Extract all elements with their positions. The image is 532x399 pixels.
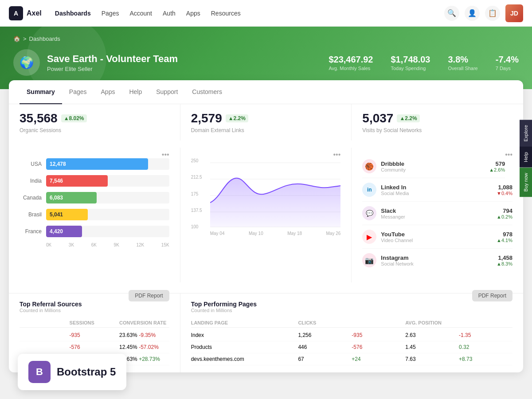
help-tab[interactable]: Help: [520, 147, 532, 168]
search-button[interactable]: 🔍: [444, 6, 459, 21]
hero-logo: 🌍: [13, 49, 40, 76]
referral-row1-rate: 23.63% -9.35%: [119, 332, 169, 338]
hero-stat-share: 3.8% Overall Share: [448, 55, 477, 71]
bar-canada: Canada 6,083: [20, 192, 169, 203]
hero-stat-value-days: -7.4%: [496, 55, 519, 65]
tabs: Summary Pages Apps Help Support Customer…: [9, 80, 523, 104]
tab-apps[interactable]: Apps: [94, 80, 122, 104]
nav-pages[interactable]: Pages: [102, 10, 119, 17]
slack-name: Slack: [381, 207, 492, 214]
instagram-icon: 📷: [362, 253, 376, 267]
tab-pages[interactable]: Pages: [62, 80, 94, 104]
line-more-button[interactable]: •••: [333, 151, 341, 158]
pages-col-avg-ch: [459, 320, 512, 325]
main-content: Summary Pages Apps Help Support Customer…: [0, 80, 532, 381]
breadcrumb-current: Dashboards: [29, 35, 60, 42]
stat-social-visits: 5,037 ▲2.2% Visits by Social Networks: [352, 104, 523, 141]
pages-col-page: LANDING PAGE: [191, 320, 298, 325]
explore-tab[interactable]: Explore: [520, 120, 532, 147]
linkedin-name: Linked In: [381, 184, 492, 191]
profile-button[interactable]: 👤: [465, 6, 480, 21]
hero-stat-value-share: 3.8%: [448, 55, 477, 65]
logo-text: Axel: [27, 9, 42, 17]
pages-col-clicks: CLICKS: [298, 320, 352, 325]
social-instagram: 📷 Instagram Social Network 1,458 ▲8.3%: [362, 249, 512, 272]
nav-resources[interactable]: Resources: [211, 10, 241, 17]
pages-row3-page: devs.keenthemes.com: [191, 356, 298, 362]
hero-stat-spending: $1,748.03 Today Spending: [391, 55, 430, 71]
nav-auth[interactable]: Auth: [163, 10, 176, 17]
social-linkedin: in Linked In Social Media 1,088 ▼0.4%: [362, 178, 512, 202]
topnav: A Axel Dashboards Pages Account Auth App…: [0, 0, 532, 27]
tab-customers[interactable]: Customers: [185, 80, 229, 104]
breadcrumb-separator: >: [23, 35, 27, 42]
referral-header: SESSIONS CONVERSION RATE: [20, 318, 169, 328]
notifications-button[interactable]: 📋: [485, 6, 500, 21]
youtube-change: ▲4.1%: [497, 238, 512, 243]
bar-brasil: Brasil 5,041: [20, 209, 169, 220]
pages-title: Top Performing Pages: [191, 301, 512, 308]
referral-pdf-button[interactable]: PDF Report: [129, 290, 169, 301]
linkedin-icon: in: [362, 183, 376, 197]
instagram-info: Instagram Social Network: [381, 254, 492, 266]
logo-area[interactable]: A Axel: [9, 6, 42, 20]
pages-row1-page: Index: [191, 332, 298, 338]
linkedin-stat: 1,088 ▼0.4%: [497, 184, 512, 196]
nav-dashboards[interactable]: Dashboards: [55, 10, 91, 17]
nav-account[interactable]: Account: [129, 10, 152, 17]
pages-row1-avg-ch: -1.35: [459, 332, 512, 338]
social-dribbble: 🏀 Dribbble Community 579 ▲2.6%: [362, 155, 505, 178]
pages-row3-clicks-ch: +24: [352, 356, 405, 362]
buy-tab[interactable]: Buy now: [520, 168, 532, 197]
referral-sub: Counted in Millions: [20, 308, 169, 313]
stat-domain-number: 2,579: [191, 111, 222, 125]
hero-stat-value-sales: $23,467.92: [329, 55, 373, 65]
bootstrap-icon: B: [28, 361, 51, 381]
bar-france: France 4,420: [20, 226, 169, 237]
youtube-value: 978: [497, 231, 512, 238]
pages-row-2: Products 446 -576 1.45 0.32: [191, 341, 512, 353]
slack-stat: 794 ▲0.2%: [497, 207, 512, 219]
tab-support[interactable]: Support: [149, 80, 185, 104]
dribbble-stat: 579 ▲2.6%: [489, 160, 505, 172]
stat-domain-badge: ▲2.2%: [226, 114, 248, 122]
dribbble-info: Dribbble Community: [381, 160, 485, 172]
linkedin-info: Linked In Social Media: [381, 184, 492, 196]
social-slack: 💬 Slack Messanger 794 ▲0.2%: [362, 202, 512, 225]
tab-help[interactable]: Help: [122, 80, 149, 104]
bootstrap-text: Bootstrap 5: [57, 366, 116, 378]
hero-stat-days: -7.4% 7 Days: [496, 55, 519, 71]
social-more-button[interactable]: •••: [505, 151, 512, 158]
nav-links: Dashboards Pages Account Auth Apps Resou…: [55, 10, 241, 17]
instagram-value: 1,458: [497, 254, 512, 261]
logo-icon: A: [9, 6, 23, 20]
pages-row2-clicks-ch: -576: [352, 344, 405, 350]
bar-india: India 7,546: [20, 175, 169, 187]
stats-grid: 35,568 ▲8.02% Organic Sessions 2,579 ▲2.…: [9, 104, 523, 141]
dribbble-icon: 🏀: [362, 159, 376, 173]
pages-row-1: Index 1,256 -935 2.63 -1.35: [191, 329, 512, 341]
pages-pdf-button[interactable]: PDF Report: [472, 290, 512, 301]
linkedin-change: ▼0.4%: [497, 191, 512, 196]
bar-india-fill: 7,546: [46, 175, 108, 187]
nav-apps[interactable]: Apps: [186, 10, 200, 17]
chart-axis-x: May 04May 10May 18May 26: [191, 231, 341, 236]
hero-subtitle: Power Elite Seller: [47, 66, 321, 72]
tab-summary[interactable]: Summary: [20, 80, 62, 104]
bar-chart-block: ••• USA 12,478 India 7,546: [9, 148, 180, 282]
hero-stat-label-days: 7 Days: [496, 66, 519, 71]
referral-row2-sessions: -576: [70, 344, 120, 350]
referral-row2-rate: 12.45% -57.02%: [119, 344, 169, 350]
stat-domain-links: 2,579 ▲2.2% Domain External Links: [180, 104, 352, 141]
breadcrumb-home[interactable]: 🏠: [13, 35, 20, 42]
hero-stat-label-spending: Today Spending: [391, 66, 430, 71]
stat-organic-sessions: 35,568 ▲8.02% Organic Sessions: [9, 104, 180, 141]
bar-france-fill: 4,420: [46, 226, 82, 237]
youtube-stat: 978 ▲4.1%: [497, 231, 512, 243]
bar-canada-label: Canada: [20, 195, 42, 201]
pages-row1-clicks-ch: -935: [352, 332, 405, 338]
referral-row-1: -935 23.63% -9.35%: [20, 329, 169, 341]
avatar[interactable]: JD: [505, 4, 523, 22]
bar-more-button[interactable]: •••: [162, 151, 169, 158]
pages-row3-avg: 7.63: [405, 356, 459, 362]
